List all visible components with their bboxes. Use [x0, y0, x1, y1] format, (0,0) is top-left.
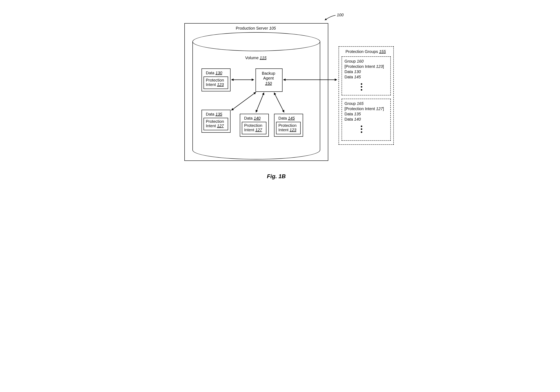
volume-cylinder-bottom — [192, 150, 320, 160]
data-140-pi-line1: Protection — [244, 123, 262, 128]
group-165-line3-a: Data — [345, 112, 354, 116]
data-130-pi-line1: Protection — [206, 78, 224, 83]
data-140-pi-line2-num: 127 — [255, 128, 262, 132]
protection-groups-title: Protection Groups 155 — [339, 49, 393, 54]
group-165-line4-a: Data — [345, 117, 354, 121]
data-130-pi-line2: Intent 123 — [206, 82, 224, 87]
figure-caption: Fig. 1B — [267, 173, 286, 180]
data-145-label: Data 145 — [279, 116, 295, 121]
backup-agent-num-text: 150 — [265, 81, 272, 86]
data-135-pi-line2-text: Intent — [206, 124, 217, 128]
data-145-pi-line2: Intent 123 — [279, 127, 296, 132]
data-130-label-num: 130 — [215, 71, 222, 75]
volume-cylinder-top — [192, 32, 320, 51]
data-140-label: Data 140 — [244, 116, 260, 121]
data-135-label-num: 135 — [215, 112, 222, 116]
data-130-pi-line2-text: Intent — [206, 82, 217, 87]
group-160-line1-text: Group — [345, 59, 357, 63]
group-165-line2: [Protection Intent 127] — [345, 106, 384, 111]
group-165-line4-b: 140 — [354, 117, 361, 121]
group-165-line3-b: 135 — [354, 112, 361, 116]
group-160-line2-a: [Protection Intent — [345, 64, 376, 69]
group-165-line2-a: [Protection Intent — [345, 106, 376, 111]
backup-agent-num: 150 — [256, 81, 282, 86]
group-165-line2-b: 127 — [376, 106, 383, 111]
data-145-pi-line2-num: 123 — [290, 128, 296, 132]
group-165-line4: Data 140 — [345, 117, 361, 122]
production-server-title-num: 105 — [269, 26, 276, 30]
protection-groups-title-text: Protection Groups — [345, 49, 379, 54]
group-165-line1-num: 165 — [357, 101, 363, 106]
ref-label: 100 — [337, 12, 344, 17]
data-135-pi-line2: Intent 127 — [206, 124, 224, 128]
group-165-line1: Group 165 — [345, 101, 364, 106]
group-165-line3: Data 135 — [345, 112, 361, 116]
data-140-pi-line2-text: Intent — [244, 128, 256, 132]
diagram-stage: 100 Production Server 105 Volume 115 Bac… — [159, 0, 401, 195]
group-165-line2-c: ] — [383, 106, 384, 111]
data-135-label: Data 135 — [206, 112, 222, 116]
production-server-title: Production Server 105 — [184, 26, 328, 31]
group-160-dots: ••• — [361, 83, 362, 91]
volume-title-text: Volume — [245, 56, 260, 60]
group-160-line4-a: Data — [345, 75, 354, 79]
data-140-label-text: Data — [244, 116, 254, 120]
protection-groups-title-num: 155 — [379, 49, 386, 54]
group-160-line1-num: 160 — [357, 59, 363, 63]
data-145-pi-line1: Protection — [279, 123, 297, 128]
data-140-label-num: 140 — [254, 116, 260, 120]
group-160-line1: Group 160 — [345, 59, 364, 64]
group-160-line3-a: Data — [345, 69, 354, 74]
group-160-line4-b: 145 — [354, 75, 361, 79]
group-165-line1-text: Group — [345, 101, 357, 106]
backup-agent-line1: Backup — [256, 71, 282, 76]
data-140-pi-line2: Intent 127 — [244, 127, 262, 132]
data-130-label: Data 130 — [206, 70, 222, 75]
group-160-line2: [Protection Intent 123] — [345, 64, 384, 69]
data-145-pi-line2-text: Intent — [279, 128, 290, 132]
group-160-line3-b: 130 — [354, 69, 361, 74]
group-165-dots: ••• — [361, 125, 362, 134]
volume-cylinder-bottom-clip — [192, 150, 320, 160]
production-server-title-text: Production Server — [236, 26, 269, 30]
data-135-pi-line1: Protection — [206, 119, 224, 124]
group-160-line2-b: 123 — [376, 64, 383, 69]
data-145-label-num: 145 — [288, 116, 295, 120]
group-160-line3: Data 130 — [345, 69, 361, 74]
group-160-line2-c: ] — [383, 64, 384, 69]
volume-title: Volume 115 — [192, 55, 320, 60]
group-160-line4: Data 145 — [345, 75, 361, 79]
data-135-pi-line2-num: 127 — [217, 124, 224, 128]
data-130-label-text: Data — [206, 71, 216, 75]
data-145-label-text: Data — [279, 116, 288, 120]
data-130-pi-line2-num: 123 — [217, 82, 224, 87]
volume-title-num: 115 — [260, 56, 266, 60]
data-135-label-text: Data — [206, 112, 216, 116]
backup-agent-line2: Agent — [256, 76, 282, 81]
